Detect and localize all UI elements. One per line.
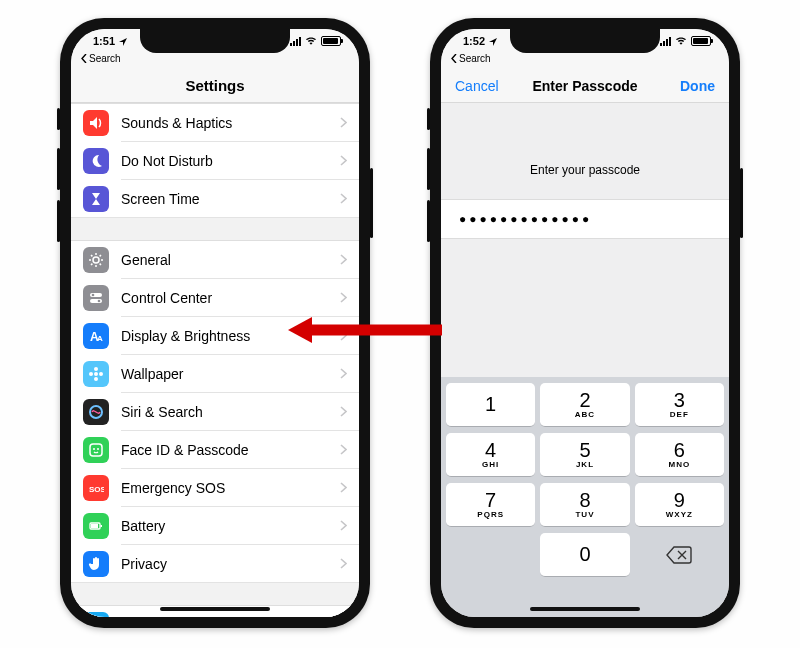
chevron-right-icon: [340, 116, 347, 131]
cellular-icon: [290, 36, 301, 46]
home-indicator[interactable]: [530, 607, 640, 611]
number-keypad: 1 2ABC 3DEF 4GHI 5JKL 6MNO 7PQRS 8TUV 9W…: [441, 377, 729, 617]
key-4[interactable]: 4GHI: [446, 433, 535, 477]
settings-row-label: Control Center: [121, 290, 340, 306]
mute-switch[interactable]: [57, 108, 60, 130]
settings-group-1: Sounds & HapticsDo Not DisturbScreen Tim…: [71, 103, 359, 218]
chevron-right-icon: [340, 154, 347, 169]
key-7[interactable]: 7PQRS: [446, 483, 535, 527]
svg-point-3: [92, 294, 95, 297]
key-5[interactable]: 5JKL: [540, 433, 629, 477]
key-8[interactable]: 8TUV: [540, 483, 629, 527]
battery-icon: [83, 513, 109, 539]
battery-icon: [691, 36, 711, 46]
passcode-prompt: Enter your passcode: [441, 163, 729, 177]
back-label: Search: [459, 53, 491, 64]
settings-row-control[interactable]: Control Center: [71, 279, 359, 317]
settings-row-wallpaper[interactable]: Wallpaper: [71, 355, 359, 393]
notch: [510, 29, 660, 53]
key-backspace[interactable]: [635, 533, 724, 577]
svg-point-4: [98, 300, 101, 303]
phone-passcode: 1:52 Search Cancel Enter Passcode Done E…: [430, 18, 740, 628]
key-1[interactable]: 1: [446, 383, 535, 427]
settings-row-general[interactable]: General: [71, 241, 359, 279]
faceid-icon: [83, 437, 109, 463]
status-time: 1:51: [93, 35, 115, 47]
cancel-button[interactable]: Cancel: [455, 78, 499, 94]
svg-point-8: [94, 367, 98, 371]
volume-down-button[interactable]: [427, 200, 430, 242]
back-to-search[interactable]: Search: [451, 53, 491, 64]
volume-down-button[interactable]: [57, 200, 60, 242]
mute-switch[interactable]: [427, 108, 430, 130]
key-3[interactable]: 3DEF: [635, 383, 724, 427]
settings-row-label: Privacy: [121, 556, 340, 572]
settings-row-label: General: [121, 252, 340, 268]
chevron-right-icon: [340, 405, 347, 420]
settings-row-label: Sounds & Haptics: [121, 115, 340, 131]
sos-icon: SOS: [83, 475, 109, 501]
svg-point-0: [93, 257, 99, 263]
key-0[interactable]: 0: [540, 533, 629, 577]
settings-row-sos[interactable]: SOSEmergency SOS: [71, 469, 359, 507]
battery-icon: [321, 36, 341, 46]
dnd-icon: [83, 148, 109, 174]
done-button[interactable]: Done: [680, 78, 715, 94]
volume-up-button[interactable]: [57, 148, 60, 190]
settings-group-2: GeneralControl CenterAADisplay & Brightn…: [71, 240, 359, 583]
wifi-icon: [305, 37, 317, 46]
settings-row-battery[interactable]: Battery: [71, 507, 359, 545]
chevron-right-icon: [340, 291, 347, 306]
svg-point-11: [99, 372, 103, 376]
control-icon: [83, 285, 109, 311]
wallpaper-icon: [83, 361, 109, 387]
itunes-icon: A: [83, 612, 109, 617]
passcode-prompt-area: Enter your passcode ●●●●●●●●●●●●●: [441, 103, 729, 239]
side-button[interactable]: [370, 168, 373, 238]
svg-rect-19: [91, 524, 98, 528]
settings-row-siri[interactable]: Siri & Search: [71, 393, 359, 431]
screen-passcode: 1:52 Search Cancel Enter Passcode Done E…: [441, 29, 729, 617]
svg-point-14: [93, 448, 95, 450]
settings-row-label: Battery: [121, 518, 340, 534]
svg-point-10: [89, 372, 93, 376]
key-2[interactable]: 2ABC: [540, 383, 629, 427]
settings-row-screen[interactable]: Screen Time: [71, 180, 359, 218]
svg-point-9: [94, 377, 98, 381]
settings-row-label: Wallpaper: [121, 366, 340, 382]
settings-row-label: Screen Time: [121, 191, 340, 207]
volume-up-button[interactable]: [427, 148, 430, 190]
side-button[interactable]: [740, 168, 743, 238]
key-9[interactable]: 9WXYZ: [635, 483, 724, 527]
settings-row-label: Siri & Search: [121, 404, 340, 420]
settings-row-display[interactable]: AADisplay & Brightness: [71, 317, 359, 355]
chevron-right-icon: [340, 367, 347, 382]
cellular-icon: [660, 36, 671, 46]
settings-row-sounds[interactable]: Sounds & Haptics: [71, 104, 359, 142]
passcode-field[interactable]: ●●●●●●●●●●●●●: [441, 199, 729, 239]
passcode-dots: ●●●●●●●●●●●●●: [459, 212, 592, 226]
page-title: Settings: [185, 77, 244, 94]
chevron-right-icon: [340, 192, 347, 207]
settings-row-dnd[interactable]: Do Not Disturb: [71, 142, 359, 180]
back-label: Search: [89, 53, 121, 64]
screen-icon: [83, 186, 109, 212]
svg-point-7: [94, 372, 98, 376]
key-6[interactable]: 6MNO: [635, 433, 724, 477]
settings-row-privacy[interactable]: Privacy: [71, 545, 359, 583]
location-icon: [119, 36, 127, 48]
chevron-right-icon: [340, 253, 347, 268]
wifi-icon: [675, 37, 687, 46]
settings-row-label: Do Not Disturb: [121, 153, 340, 169]
svg-point-15: [97, 448, 99, 450]
chevron-right-icon: [340, 557, 347, 572]
back-to-search[interactable]: Search: [81, 53, 121, 64]
phone-settings: 1:51 Search Settings Sounds & HapticsDo …: [60, 18, 370, 628]
svg-text:A: A: [97, 334, 103, 343]
chevron-right-icon: [340, 443, 347, 458]
display-icon: AA: [83, 323, 109, 349]
home-indicator[interactable]: [160, 607, 270, 611]
screen-settings: 1:51 Search Settings Sounds & HapticsDo …: [71, 29, 359, 617]
settings-row-faceid[interactable]: Face ID & Passcode: [71, 431, 359, 469]
key-blank: [446, 533, 535, 577]
